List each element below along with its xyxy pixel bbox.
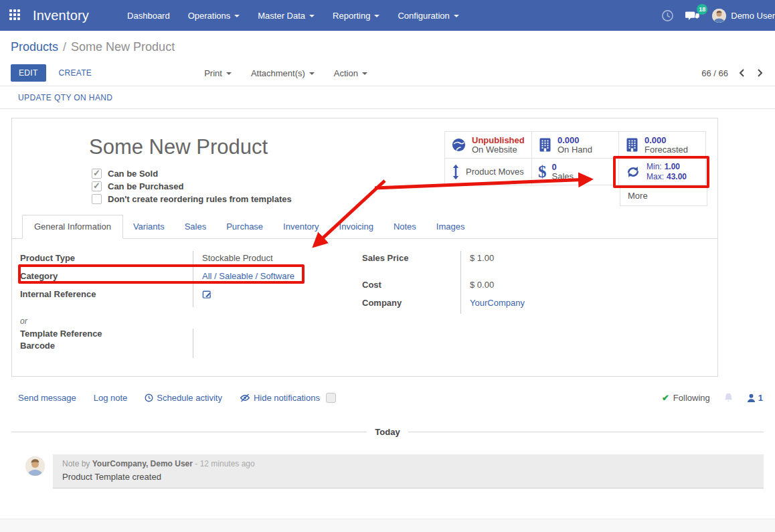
- tab-sales[interactable]: Sales: [175, 215, 217, 238]
- field-label: Cost: [362, 278, 460, 296]
- menu-operations[interactable]: Operations: [188, 11, 240, 21]
- stat-button-website[interactable]: UnpublishedOn Website: [444, 131, 532, 159]
- create-button[interactable]: CREATE: [59, 68, 92, 78]
- messages-icon[interactable]: 18: [685, 9, 701, 22]
- action-dropdown[interactable]: Action: [334, 68, 367, 78]
- form-sheet: Some New Product Can be Sold Can be Purc…: [11, 118, 718, 377]
- top-navbar: Inventory Dashboard Operations Master Da…: [0, 0, 775, 31]
- followers-button[interactable]: 1: [747, 393, 763, 403]
- menu-label: Operations: [188, 11, 231, 21]
- update-qty-on-hand-button[interactable]: UPDATE QTY ON HAND: [18, 93, 112, 102]
- sheet-top: Some New Product Can be Sold Can be Purc…: [12, 118, 717, 205]
- breadcrumb: Products/Some New Product: [0, 31, 775, 60]
- chevron-down-icon: [309, 72, 315, 75]
- menu-dashboard[interactable]: Dashboard: [127, 11, 170, 21]
- company-link[interactable]: YourCompany: [470, 298, 525, 308]
- schedule-activity-button[interactable]: Schedule activity: [145, 393, 222, 403]
- bottom-strip: [0, 519, 775, 532]
- field-label: Internal Reference: [20, 287, 193, 307]
- menu-reporting[interactable]: Reporting: [333, 11, 379, 21]
- stat-button-sales[interactable]: $ 0Sales: [531, 158, 619, 185]
- field-internal-reference: Internal Reference: [20, 287, 331, 307]
- stat-value: 0.000: [644, 136, 688, 145]
- hide-notifications-toggle[interactable]: Hide notifications: [240, 393, 336, 403]
- stat-buttons: UnpublishedOn Website 0.000On Hand 0.000…: [444, 131, 708, 206]
- field-value-empty[interactable]: [193, 341, 331, 358]
- globe-icon: [451, 137, 466, 153]
- hide-notifications-checkbox[interactable]: [326, 393, 336, 403]
- menu-master-data[interactable]: Master Data: [258, 11, 315, 21]
- pager-count: 66 / 66: [701, 68, 728, 78]
- stat-value: 0.000: [557, 136, 592, 145]
- chatter-actions: Send message Log note Schedule activity …: [18, 393, 336, 403]
- field-value-empty[interactable]: [193, 329, 331, 341]
- edit-pencil-icon[interactable]: [202, 289, 212, 299]
- message-author-avatar: [25, 456, 45, 476]
- tab-purchase[interactable]: Purchase: [216, 215, 273, 238]
- chevron-down-icon: [234, 15, 240, 17]
- tab-invoicing[interactable]: Invoicing: [329, 215, 383, 238]
- edit-button[interactable]: EDIT: [11, 64, 46, 82]
- building-icon: [625, 137, 639, 153]
- activities-clock-icon[interactable]: [661, 9, 674, 22]
- tab-notes[interactable]: Notes: [383, 215, 426, 238]
- notebook-tabs: General Information Variants Sales Purch…: [12, 215, 717, 239]
- print-dropdown[interactable]: Print: [204, 68, 232, 78]
- app-name: Inventory: [33, 8, 89, 23]
- apps-grid-icon[interactable]: [9, 9, 21, 21]
- checkbox-icon[interactable]: [92, 169, 102, 179]
- systray: 18 Demo User: [661, 9, 775, 23]
- user-name: Demo User: [731, 11, 775, 21]
- checkbox-label: Can be Purchased: [108, 181, 183, 191]
- attachments-dropdown[interactable]: Attachment(s): [251, 68, 315, 78]
- tab-inventory[interactable]: Inventory: [273, 215, 329, 238]
- check-icon: ✔: [662, 393, 669, 403]
- clock-icon: [145, 393, 153, 402]
- checkbox-label: Don't create reordering rules from templ…: [108, 194, 292, 204]
- hide-notifications-label: Hide notifications: [254, 393, 320, 403]
- bell-icon[interactable]: [723, 391, 734, 404]
- control-panel: EDIT CREATE Print Attachment(s) Action 6…: [0, 60, 775, 86]
- checkbox-icon[interactable]: [92, 194, 102, 204]
- building-icon: [538, 137, 552, 153]
- follower-person-icon: [747, 393, 756, 403]
- field-template-reference: Template Reference: [20, 329, 331, 341]
- field-or: or: [20, 315, 331, 329]
- or-label: or: [20, 315, 27, 329]
- stat-button-forecasted[interactable]: 0.000Forecasted: [618, 131, 706, 159]
- menu-label: Master Data: [258, 11, 305, 21]
- message-author: YourCompany, Demo User: [92, 459, 193, 468]
- stat-button-product-moves[interactable]: Product Moves: [444, 158, 532, 185]
- following-button[interactable]: ✔ Following: [662, 393, 710, 403]
- tab-images[interactable]: Images: [426, 215, 475, 238]
- menu-configuration[interactable]: Configuration: [398, 11, 458, 21]
- dollar-icon: $: [538, 163, 547, 181]
- statusbar: UPDATE QTY ON HAND: [0, 86, 775, 109]
- stat-button-reordering-rules[interactable]: Min:1.00 Max:43.00: [618, 158, 706, 185]
- field-label: Product Type: [20, 251, 193, 269]
- max-value: 43.00: [667, 172, 687, 181]
- stat-more-button[interactable]: More: [620, 185, 707, 206]
- breadcrumb-products-link[interactable]: Products: [11, 40, 58, 54]
- message-prefix: Note by: [62, 459, 92, 468]
- main-menu: Dashboard Operations Master Data Reporti…: [127, 11, 459, 21]
- stat-button-on-hand[interactable]: 0.000On Hand: [531, 131, 619, 159]
- field-value: $ 0.00: [460, 278, 650, 296]
- user-menu[interactable]: Demo User: [712, 9, 775, 23]
- category-link[interactable]: All / Saleable / Software: [202, 271, 294, 281]
- pager-next-icon[interactable]: [756, 67, 764, 79]
- send-message-button[interactable]: Send message: [18, 393, 76, 403]
- chevron-down-icon: [226, 72, 232, 75]
- pager-previous-icon[interactable]: [738, 67, 746, 79]
- checkbox-icon[interactable]: [92, 181, 102, 191]
- field-label: Company: [362, 296, 460, 314]
- log-note-button[interactable]: Log note: [94, 393, 128, 403]
- tab-general-information[interactable]: General Information: [22, 215, 123, 239]
- action-label: Action: [334, 68, 358, 78]
- tab-variants[interactable]: Variants: [123, 215, 175, 238]
- reordering-minmax: Min:1.00 Max:43.00: [647, 162, 687, 182]
- field-groups: Product Type Stockable Product Category …: [12, 251, 717, 358]
- field-value: $ 1.00: [460, 251, 650, 278]
- stat-label: Sales: [552, 172, 574, 181]
- stat-label: Product Moves: [466, 167, 524, 177]
